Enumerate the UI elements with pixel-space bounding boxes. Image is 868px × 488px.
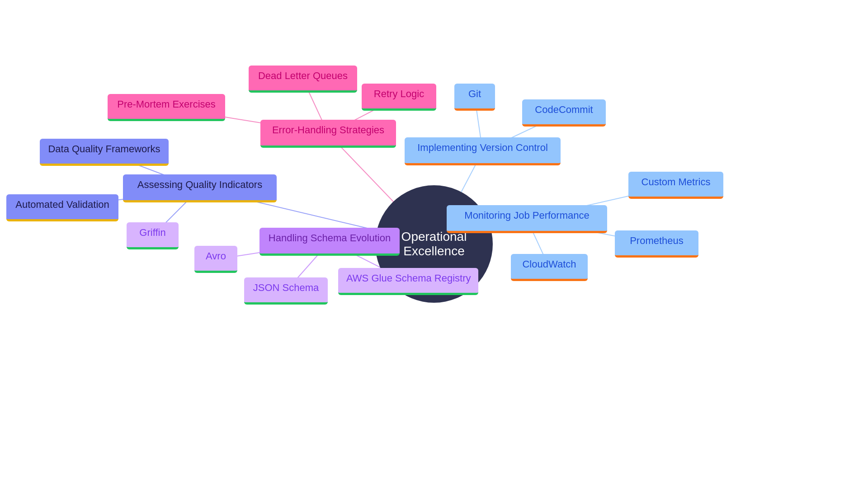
avro-node[interactable]: Avro	[194, 246, 237, 273]
implementing-version-node[interactable]: Implementing Version Control	[405, 137, 561, 165]
prometheus-node[interactable]: Prometheus	[615, 230, 698, 258]
automated-validation-node[interactable]: Automated Validation	[6, 194, 118, 221]
griffin-node[interactable]: Griffin	[127, 222, 179, 249]
aws-glue-node[interactable]: AWS Glue Schema Registry	[338, 268, 478, 295]
assessing-quality-node[interactable]: Assessing Quality Indicators	[123, 174, 277, 202]
json-schema-node[interactable]: JSON Schema	[244, 277, 328, 305]
cloudwatch-node[interactable]: CloudWatch	[511, 254, 588, 281]
pre-mortem-node[interactable]: Pre-Mortem Exercises	[108, 94, 225, 121]
custom-metrics-node[interactable]: Custom Metrics	[628, 172, 723, 199]
handling-schema-node[interactable]: Handling Schema Evolution	[259, 228, 400, 256]
data-quality-node[interactable]: Data Quality Frameworks	[40, 139, 169, 166]
monitoring-job-node[interactable]: Monitoring Job Performance	[447, 205, 607, 233]
codecommit-node[interactable]: CodeCommit	[522, 99, 606, 127]
git-node[interactable]: Git	[454, 84, 495, 111]
retry-logic-node[interactable]: Retry Logic	[362, 84, 436, 111]
dead-letter-queues-node[interactable]: Dead Letter Queues	[249, 66, 357, 93]
error-handling-node[interactable]: Error-Handling Strategies	[260, 120, 396, 148]
